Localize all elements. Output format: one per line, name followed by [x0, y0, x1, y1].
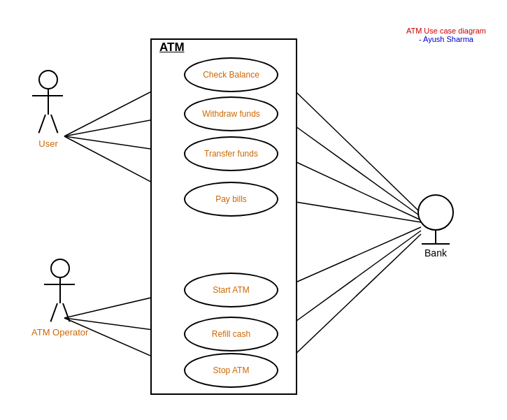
watermark: ATM Use case diagram - Ayush Sharma: [406, 27, 486, 43]
operator-body: [59, 278, 61, 303]
svg-line-11: [278, 227, 421, 290]
bank-label: Bank: [424, 247, 447, 259]
svg-line-12: [278, 231, 421, 334]
use-case-withdraw-funds: Withdraw funds: [184, 96, 278, 131]
svg-line-10: [278, 199, 421, 222]
operator-leg-left: [50, 303, 57, 322]
user-actor: User: [38, 70, 58, 149]
use-case-stop-atm: Stop ATM: [184, 353, 278, 388]
use-case-check-balance: Check Balance: [184, 57, 278, 92]
svg-line-9: [278, 154, 421, 220]
svg-line-8: [278, 114, 421, 217]
user-legs: [45, 115, 52, 134]
operator-arms: [44, 284, 75, 285]
diagram-container: ATM User ATM Operator Check Balance With…: [0, 0, 507, 420]
operator-label: ATM Operator: [31, 327, 88, 338]
use-case-transfer-funds: Transfer funds: [184, 136, 278, 171]
use-case-refill-cash: Refill cash: [184, 317, 278, 352]
user-label: User: [38, 138, 57, 149]
operator-head: [50, 259, 70, 278]
use-case-start-atm: Start ATM: [184, 273, 278, 307]
operator-legs: [57, 303, 64, 323]
user-body: [48, 89, 49, 115]
user-arms: [32, 95, 63, 96]
user-leg-left: [38, 115, 45, 133]
operator-actor: ATM Operator: [31, 259, 88, 338]
svg-line-7: [278, 75, 421, 213]
watermark-line1: ATM Use case diagram: [406, 27, 486, 35]
bank-base: [422, 243, 450, 245]
bank-actor: Bank: [417, 194, 454, 259]
use-case-pay-bills: Pay bills: [184, 182, 278, 217]
atm-title: ATM: [159, 41, 185, 55]
user-head: [38, 70, 58, 89]
user-leg-right: [50, 115, 58, 133]
bank-head: [417, 194, 454, 231]
bank-stand: [435, 231, 436, 243]
operator-leg-right: [62, 303, 70, 322]
watermark-line2: - Ayush Sharma: [406, 35, 486, 43]
svg-line-13: [278, 234, 421, 370]
